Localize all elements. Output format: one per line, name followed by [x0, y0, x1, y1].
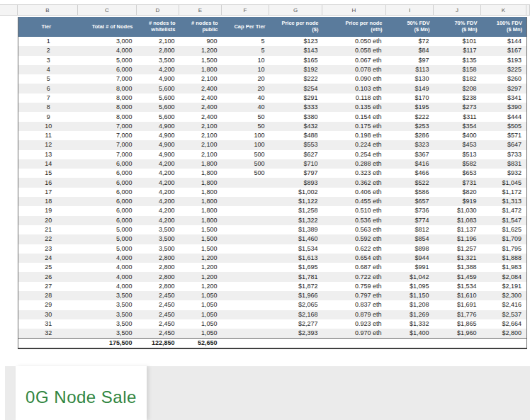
cell[interactable]: $1,122	[270, 197, 323, 206]
cell[interactable]	[222, 244, 270, 254]
cell[interactable]: 4,200	[137, 169, 180, 178]
cell[interactable]: 2,450	[137, 291, 180, 300]
column-header-I[interactable]: I	[386, 5, 434, 15]
cell[interactable]: 5	[222, 37, 270, 46]
cell[interactable]: 13	[18, 150, 79, 159]
cell[interactable]: 1,050	[180, 300, 222, 310]
cell[interactable]: $2,800	[482, 329, 527, 339]
cell[interactable]: $657	[387, 197, 434, 206]
cell[interactable]: $1,872	[270, 282, 323, 291]
cell[interactable]: 7,000	[79, 150, 137, 159]
cell[interactable]: 40	[222, 103, 270, 112]
cell[interactable]	[270, 339, 323, 349]
cell[interactable]	[222, 216, 270, 225]
cell[interactable]: $354	[434, 122, 482, 131]
cell[interactable]: 100	[222, 131, 270, 140]
cell[interactable]: $733	[482, 150, 527, 159]
cell[interactable]: $2,084	[482, 272, 527, 281]
cell[interactable]: 1,500	[180, 234, 222, 244]
cell[interactable]: $1,208	[387, 300, 434, 310]
cell[interactable]: $72	[387, 37, 434, 46]
cell[interactable]: 1,050	[180, 329, 222, 339]
cell[interactable]: 11	[18, 131, 79, 140]
cell[interactable]: 9	[18, 112, 79, 121]
cell[interactable]	[222, 206, 270, 215]
cell[interactable]: 2,450	[137, 319, 180, 329]
cell[interactable]: 4,000	[79, 254, 137, 263]
cell[interactable]: $432	[270, 122, 323, 131]
cell[interactable]: 6,000	[79, 65, 137, 74]
cell[interactable]: 0.050 eth	[323, 37, 387, 46]
cell[interactable]: 4,900	[137, 140, 180, 149]
cell[interactable]	[222, 225, 270, 234]
cell[interactable]: 10	[222, 65, 270, 74]
cell[interactable]: 6,000	[79, 178, 137, 187]
cell[interactable]	[482, 339, 527, 349]
cell[interactable]: 0.135 eth	[323, 103, 387, 112]
cell[interactable]: $208	[434, 84, 482, 93]
cell[interactable]: $1,258	[270, 206, 323, 215]
cell[interactable]: 4	[18, 65, 79, 74]
cell[interactable]: 5,000	[79, 234, 137, 244]
cell[interactable]: $1,045	[482, 178, 527, 187]
cell[interactable]: 3	[18, 56, 79, 65]
cell[interactable]: 2,800	[137, 46, 180, 55]
cell[interactable]: $195	[387, 103, 434, 112]
cell[interactable]: 2,100	[180, 122, 222, 131]
cell[interactable]: 1,800	[180, 169, 222, 178]
cell[interactable]: 14	[18, 159, 79, 169]
cell[interactable]: 122,850	[137, 339, 180, 349]
cell[interactable]: 1,200	[180, 46, 222, 55]
cell[interactable]	[222, 234, 270, 244]
cell[interactable]: 4,900	[137, 122, 180, 131]
cell[interactable]: $170	[387, 93, 434, 103]
cell[interactable]: $130	[387, 74, 434, 84]
cell[interactable]: $1,321	[434, 254, 482, 263]
cell[interactable]: $710	[270, 159, 323, 169]
cell[interactable]: $367	[387, 150, 434, 159]
cell[interactable]: $311	[434, 112, 482, 121]
cell[interactable]: 4,000	[79, 263, 137, 272]
cell[interactable]: $1,388	[434, 263, 482, 272]
cell[interactable]: 6,000	[79, 169, 137, 178]
cell[interactable]: 1	[18, 37, 79, 46]
cell[interactable]: 2,800	[137, 282, 180, 291]
cell[interactable]: 2,800	[137, 272, 180, 281]
cell[interactable]: $1,547	[482, 216, 527, 225]
cell[interactable]: 0.837 eth	[323, 300, 387, 310]
cell[interactable]: $1,534	[270, 244, 323, 254]
cell[interactable]: 7	[18, 93, 79, 103]
cell[interactable]: 500	[222, 150, 270, 159]
cell[interactable]: 4,900	[137, 150, 180, 159]
cell[interactable]: $522	[387, 178, 434, 187]
cell[interactable]: $416	[387, 159, 434, 169]
cell[interactable]: 22	[18, 234, 79, 244]
cell[interactable]: 0.797 eth	[323, 291, 387, 300]
cell[interactable]: $453	[434, 140, 482, 149]
cell[interactable]: $1,865	[434, 319, 482, 329]
cell[interactable]: 0.879 eth	[323, 310, 387, 319]
cell[interactable]: $144	[482, 37, 527, 46]
cell[interactable]: 6,000	[79, 188, 137, 197]
cell[interactable]	[323, 339, 387, 349]
cell[interactable]	[222, 282, 270, 291]
cell[interactable]: $1,983	[482, 263, 527, 272]
cell[interactable]: 1,800	[180, 216, 222, 225]
column-header-F[interactable]: F	[222, 5, 269, 15]
cell[interactable]: $812	[387, 225, 434, 234]
cell[interactable]: $2,664	[482, 319, 527, 329]
cell[interactable]: $488	[270, 131, 323, 140]
cell[interactable]: 18	[18, 197, 79, 206]
cell[interactable]: $1,695	[270, 263, 323, 272]
cell[interactable]: 0.175 eth	[323, 122, 387, 131]
cell[interactable]: 4,000	[79, 46, 137, 55]
cell[interactable]: 0.198 eth	[323, 131, 387, 140]
cell[interactable]: 6,000	[79, 206, 137, 215]
cell[interactable]: $466	[387, 169, 434, 178]
cell[interactable]: $2,300	[482, 291, 527, 300]
cell[interactable]: 1,050	[180, 310, 222, 319]
cell[interactable]: $101	[434, 37, 482, 46]
cell[interactable]: 1,200	[180, 254, 222, 263]
cell[interactable]: $444	[482, 112, 527, 121]
column-header-K[interactable]: K	[481, 5, 526, 15]
